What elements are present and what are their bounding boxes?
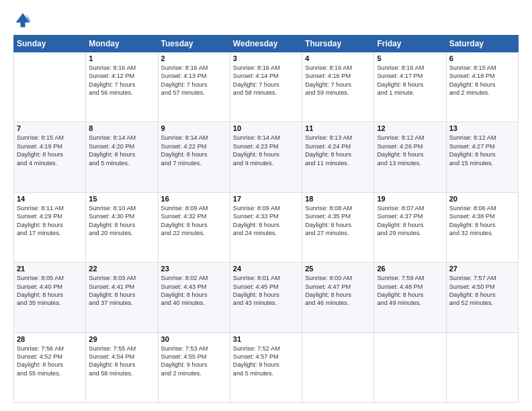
- day-number: 19: [377, 195, 443, 203]
- page: SundayMondayTuesdayWednesdayThursdayFrid…: [0, 0, 532, 411]
- calendar-cell: 17Sunrise: 8:09 AM Sunset: 4:33 PM Dayli…: [230, 192, 302, 262]
- day-number: 24: [233, 265, 299, 273]
- day-number: 2: [161, 54, 227, 62]
- calendar-cell: [446, 332, 518, 402]
- cell-details: Sunrise: 8:03 AM Sunset: 4:41 PM Dayligh…: [89, 274, 154, 308]
- cell-details: Sunrise: 8:15 AM Sunset: 4:19 PM Dayligh…: [17, 134, 83, 167]
- day-number: 1: [89, 54, 154, 62]
- cell-details: Sunrise: 7:53 AM Sunset: 4:55 PM Dayligh…: [161, 345, 227, 378]
- cell-details: Sunrise: 7:52 AM Sunset: 4:57 PM Dayligh…: [233, 345, 299, 378]
- calendar-cell: 28Sunrise: 7:56 AM Sunset: 4:52 PM Dayli…: [14, 332, 86, 402]
- day-number: 30: [161, 335, 227, 343]
- cell-details: Sunrise: 8:02 AM Sunset: 4:43 PM Dayligh…: [161, 274, 227, 308]
- calendar-row: 21Sunrise: 8:05 AM Sunset: 4:40 PM Dayli…: [14, 263, 519, 332]
- cell-details: Sunrise: 8:16 AM Sunset: 4:13 PM Dayligh…: [161, 64, 227, 97]
- day-number: 25: [305, 265, 371, 273]
- header: [13, 11, 519, 30]
- calendar-cell: 27Sunrise: 7:57 AM Sunset: 4:50 PM Dayli…: [446, 263, 518, 332]
- day-number: 31: [233, 335, 299, 343]
- calendar-cell: 31Sunrise: 7:52 AM Sunset: 4:57 PM Dayli…: [230, 332, 302, 402]
- cell-details: Sunrise: 8:14 AM Sunset: 4:23 PM Dayligh…: [233, 134, 299, 167]
- calendar-cell: 19Sunrise: 8:07 AM Sunset: 4:37 PM Dayli…: [374, 192, 446, 262]
- day-number: 10: [233, 124, 299, 132]
- cell-details: Sunrise: 8:16 AM Sunset: 4:17 PM Dayligh…: [377, 64, 443, 97]
- logo-icon: [13, 11, 32, 30]
- cell-details: Sunrise: 8:15 AM Sunset: 4:18 PM Dayligh…: [449, 64, 515, 97]
- day-number: 4: [305, 54, 371, 62]
- day-number: 15: [89, 195, 154, 203]
- cell-details: Sunrise: 8:11 AM Sunset: 4:29 PM Dayligh…: [17, 204, 83, 238]
- calendar-cell: 5Sunrise: 8:16 AM Sunset: 4:17 PM Daylig…: [374, 52, 446, 122]
- cell-details: Sunrise: 8:07 AM Sunset: 4:37 PM Dayligh…: [377, 204, 443, 238]
- calendar-cell: 22Sunrise: 8:03 AM Sunset: 4:41 PM Dayli…: [86, 263, 158, 332]
- cell-details: Sunrise: 8:08 AM Sunset: 4:35 PM Dayligh…: [305, 204, 371, 238]
- day-number: 27: [449, 265, 515, 273]
- calendar-cell: 12Sunrise: 8:12 AM Sunset: 4:26 PM Dayli…: [374, 122, 446, 192]
- day-number: 11: [305, 124, 371, 132]
- calendar-cell: 4Sunrise: 8:16 AM Sunset: 4:16 PM Daylig…: [302, 52, 374, 122]
- calendar-cell: 6Sunrise: 8:15 AM Sunset: 4:18 PM Daylig…: [446, 52, 518, 122]
- calendar-cell: 14Sunrise: 8:11 AM Sunset: 4:29 PM Dayli…: [14, 192, 86, 262]
- calendar-cell: [14, 52, 86, 122]
- calendar-cell: 2Sunrise: 8:16 AM Sunset: 4:13 PM Daylig…: [158, 52, 230, 122]
- calendar-cell: 18Sunrise: 8:08 AM Sunset: 4:35 PM Dayli…: [302, 192, 374, 262]
- day-number: 28: [17, 335, 83, 343]
- calendar-row: 14Sunrise: 8:11 AM Sunset: 4:29 PM Dayli…: [14, 192, 519, 262]
- day-number: 6: [449, 54, 515, 62]
- cell-details: Sunrise: 8:16 AM Sunset: 4:14 PM Dayligh…: [233, 64, 299, 97]
- cell-details: Sunrise: 8:12 AM Sunset: 4:26 PM Dayligh…: [377, 134, 443, 167]
- day-number: 14: [17, 195, 83, 203]
- weekday-header: Wednesday: [230, 36, 302, 52]
- calendar-cell: 21Sunrise: 8:05 AM Sunset: 4:40 PM Dayli…: [14, 263, 86, 332]
- day-number: 18: [305, 195, 371, 203]
- calendar-cell: 15Sunrise: 8:10 AM Sunset: 4:30 PM Dayli…: [86, 192, 158, 262]
- calendar-cell: 13Sunrise: 8:12 AM Sunset: 4:27 PM Dayli…: [446, 122, 518, 192]
- day-number: 8: [89, 124, 154, 132]
- day-number: 17: [233, 195, 299, 203]
- day-number: 20: [449, 195, 515, 203]
- calendar-cell: 7Sunrise: 8:15 AM Sunset: 4:19 PM Daylig…: [14, 122, 86, 192]
- calendar-cell: 8Sunrise: 8:14 AM Sunset: 4:20 PM Daylig…: [86, 122, 158, 192]
- calendar-cell: 29Sunrise: 7:55 AM Sunset: 4:54 PM Dayli…: [86, 332, 158, 402]
- calendar-cell: 23Sunrise: 8:02 AM Sunset: 4:43 PM Dayli…: [158, 263, 230, 332]
- day-number: 12: [377, 124, 443, 132]
- day-number: 26: [377, 265, 443, 273]
- cell-details: Sunrise: 8:14 AM Sunset: 4:22 PM Dayligh…: [161, 134, 227, 167]
- calendar-table: SundayMondayTuesdayWednesdayThursdayFrid…: [13, 35, 519, 403]
- calendar-row: 1Sunrise: 8:16 AM Sunset: 4:12 PM Daylig…: [14, 52, 519, 122]
- calendar-row: 28Sunrise: 7:56 AM Sunset: 4:52 PM Dayli…: [14, 332, 519, 402]
- cell-details: Sunrise: 8:16 AM Sunset: 4:12 PM Dayligh…: [89, 64, 154, 97]
- cell-details: Sunrise: 7:57 AM Sunset: 4:50 PM Dayligh…: [449, 274, 515, 308]
- calendar-cell: 9Sunrise: 8:14 AM Sunset: 4:22 PM Daylig…: [158, 122, 230, 192]
- calendar-cell: 20Sunrise: 8:06 AM Sunset: 4:38 PM Dayli…: [446, 192, 518, 262]
- calendar-cell: 26Sunrise: 7:59 AM Sunset: 4:48 PM Dayli…: [374, 263, 446, 332]
- calendar-cell: 25Sunrise: 8:00 AM Sunset: 4:47 PM Dayli…: [302, 263, 374, 332]
- day-number: 9: [161, 124, 227, 132]
- cell-details: Sunrise: 8:12 AM Sunset: 4:27 PM Dayligh…: [449, 134, 515, 167]
- day-number: 7: [17, 124, 83, 132]
- cell-details: Sunrise: 8:00 AM Sunset: 4:47 PM Dayligh…: [305, 274, 371, 308]
- day-number: 21: [17, 265, 83, 273]
- cell-details: Sunrise: 8:09 AM Sunset: 4:33 PM Dayligh…: [233, 204, 299, 238]
- cell-details: Sunrise: 8:09 AM Sunset: 4:32 PM Dayligh…: [161, 204, 227, 238]
- cell-details: Sunrise: 8:06 AM Sunset: 4:38 PM Dayligh…: [449, 204, 515, 238]
- calendar-cell: [374, 332, 446, 402]
- cell-details: Sunrise: 8:01 AM Sunset: 4:45 PM Dayligh…: [233, 274, 299, 308]
- weekday-header: Tuesday: [158, 36, 230, 52]
- day-number: 5: [377, 54, 443, 62]
- day-number: 13: [449, 124, 515, 132]
- day-number: 3: [233, 54, 299, 62]
- cell-details: Sunrise: 8:13 AM Sunset: 4:24 PM Dayligh…: [305, 134, 371, 167]
- calendar-cell: 24Sunrise: 8:01 AM Sunset: 4:45 PM Dayli…: [230, 263, 302, 332]
- weekday-header: Saturday: [446, 36, 518, 52]
- calendar-cell: 11Sunrise: 8:13 AM Sunset: 4:24 PM Dayli…: [302, 122, 374, 192]
- day-number: 22: [89, 265, 154, 273]
- day-number: 16: [161, 195, 227, 203]
- weekday-header: Thursday: [302, 36, 374, 52]
- cell-details: Sunrise: 8:14 AM Sunset: 4:20 PM Dayligh…: [89, 134, 154, 167]
- cell-details: Sunrise: 8:05 AM Sunset: 4:40 PM Dayligh…: [17, 274, 83, 308]
- weekday-header: Friday: [374, 36, 446, 52]
- cell-details: Sunrise: 7:55 AM Sunset: 4:54 PM Dayligh…: [89, 345, 154, 378]
- calendar-cell: 10Sunrise: 8:14 AM Sunset: 4:23 PM Dayli…: [230, 122, 302, 192]
- calendar-cell: 1Sunrise: 8:16 AM Sunset: 4:12 PM Daylig…: [86, 52, 158, 122]
